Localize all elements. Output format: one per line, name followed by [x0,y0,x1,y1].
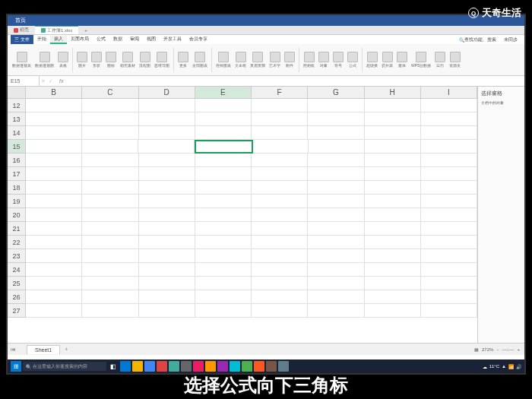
cell-F22[interactable] [252,236,308,249]
row-header-12[interactable]: 12 [8,99,26,112]
cell-E20[interactable] [195,208,252,222]
cell-C16[interactable] [82,154,138,167]
ribbon-全部图表[interactable]: 全部图表 [191,51,209,68]
menu-开始[interactable]: 开始 [33,36,50,43]
tray-icon[interactable]: ▲ [502,364,506,369]
ribbon-数据透视表[interactable]: 数据透视表 [11,51,33,68]
taskbar-app-chrome[interactable] [144,361,155,372]
cell-E24[interactable] [195,263,252,277]
formula-bar[interactable] [68,76,524,86]
cell-H23[interactable] [365,249,421,263]
cell-D21[interactable] [139,222,195,236]
col-header-H[interactable]: H [365,87,421,99]
cell-I22[interactable] [421,236,477,249]
row-header-24[interactable]: 24 [8,263,26,277]
cell-C15[interactable] [82,140,138,154]
ribbon-更多[interactable]: 更多 [176,51,190,68]
cell-F19[interactable] [252,195,308,208]
cell-I14[interactable] [421,126,477,140]
cell-C12[interactable] [82,99,138,112]
ribbon-公式[interactable]: 公式 [346,51,359,68]
cell-B12[interactable] [26,99,82,112]
taskbar-app[interactable] [266,361,277,372]
cell-G26[interactable] [308,290,364,304]
cell-C26[interactable] [82,290,138,304]
row-header-25[interactable]: 25 [8,277,26,290]
cell-H24[interactable] [365,263,421,277]
taskbar-app[interactable] [242,361,252,372]
cell-F15[interactable] [253,140,309,154]
cell-F18[interactable] [252,181,308,195]
cell-E18[interactable] [195,181,252,195]
col-header-D[interactable]: D [139,87,195,99]
zoom-slider[interactable]: —○— [502,347,515,352]
cell-F21[interactable] [252,222,308,236]
ribbon-形状[interactable]: 形状 [90,51,103,68]
cell-D15[interactable] [138,140,195,154]
cell-G27[interactable] [308,304,364,318]
cell-E15[interactable] [195,140,253,154]
cell-B26[interactable] [26,290,82,304]
ribbon-艺术字[interactable]: 艺术字 [268,51,282,68]
tab-workbook[interactable]: 工作簿1.xlsx [35,26,78,34]
cell-C23[interactable] [82,249,138,263]
tab-add[interactable]: + [78,26,93,34]
enter-icon[interactable]: ✓ [47,78,55,84]
ribbon-页眉页脚[interactable]: 页眉页脚 [249,51,267,68]
cell-B16[interactable] [26,154,82,167]
cell-I20[interactable] [421,208,477,222]
cell-F17[interactable] [252,167,308,181]
cell-G13[interactable] [308,112,364,126]
cell-H14[interactable] [365,126,421,140]
cell-B15[interactable] [26,140,82,154]
row-header-26[interactable]: 26 [8,290,26,304]
cell-F13[interactable] [252,112,308,126]
row-header-22[interactable]: 22 [8,236,26,249]
col-header-I[interactable]: I [421,87,477,99]
ribbon-资源夹[interactable]: 资源夹 [448,51,462,68]
cell-D25[interactable] [139,277,195,290]
cell-I15[interactable] [421,140,477,154]
row-header-18[interactable]: 18 [8,181,26,195]
cell-D19[interactable] [139,195,195,208]
cell-E12[interactable] [195,99,252,112]
cell-G25[interactable] [308,277,364,290]
menu-公式[interactable]: 公式 [93,36,109,43]
ribbon-照相机[interactable]: 照相机 [302,51,316,68]
cell-E19[interactable] [195,195,252,208]
col-header-C[interactable]: C [82,87,138,99]
cell-E22[interactable] [195,236,252,249]
row-header-17[interactable]: 17 [8,167,26,181]
taskbar-app[interactable] [157,361,167,372]
row-header-23[interactable]: 23 [8,249,26,263]
zoom-out-icon[interactable]: − [496,347,499,352]
cell-E23[interactable] [195,249,252,263]
col-header-B[interactable]: B [26,87,82,99]
cell-G16[interactable] [308,154,364,167]
task-view-icon[interactable]: ◧ [108,361,119,372]
ribbon-在线图表[interactable]: 在线图表 [214,51,233,68]
cell-E26[interactable] [195,290,252,304]
ribbon-切片器[interactable]: 切片器 [380,51,394,68]
zoom-in-icon[interactable]: + [517,347,520,352]
cell-H17[interactable] [365,167,421,181]
cell-C21[interactable] [82,222,138,236]
menu-sync[interactable]: 未同步 [500,35,521,44]
cell-H26[interactable] [365,290,421,304]
cell-C19[interactable] [82,195,138,208]
cell-F20[interactable] [252,208,308,222]
cell-I12[interactable] [421,99,477,112]
cell-F27[interactable] [252,304,308,318]
cell-C20[interactable] [82,208,138,222]
cell-B21[interactable] [26,222,82,236]
menu-file[interactable]: 三 文件 [11,35,33,44]
volume-icon[interactable]: 🔊 [516,364,521,369]
cell-H12[interactable] [365,99,421,112]
menu-插入[interactable]: 插入 [50,36,67,44]
row-header-16[interactable]: 16 [8,154,26,167]
cell-C13[interactable] [82,112,138,126]
cell-D14[interactable] [139,126,195,140]
network-icon[interactable]: 📶 [508,364,514,369]
taskbar-app[interactable] [193,361,204,372]
cell-I17[interactable] [421,167,477,181]
